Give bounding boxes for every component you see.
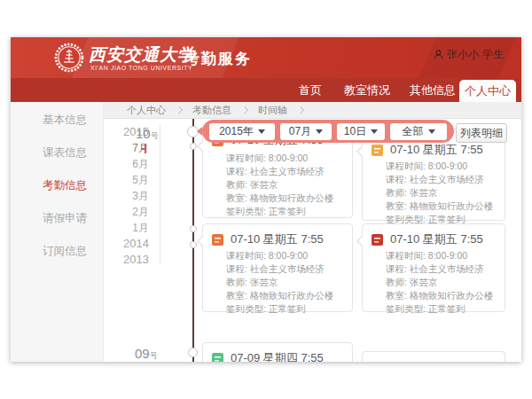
day-select[interactable]: 10日 [337, 123, 385, 140]
year-nav-2013[interactable]: 2013 [108, 252, 149, 268]
sidebar-item-leave-request[interactable]: 请假申请 [11, 204, 103, 233]
month-select[interactable]: 07月 [280, 123, 332, 140]
card-title: 07-10 星期五 7:55 [231, 231, 324, 247]
timeline-node [190, 241, 197, 248]
sidebar-item-subscription[interactable]: 订阅信息 [11, 237, 103, 266]
sidebar-item-basic-info[interactable]: 基本信息 [11, 106, 103, 135]
nav-classrooms[interactable]: 教室情况 [340, 78, 394, 102]
attendance-app-window: 西安交通大学 XI'AN JIAO TONG UNIVERSITY 考勤服务 张… [11, 37, 521, 362]
university-seal-icon [54, 43, 84, 73]
filter-bubble: 2015年 07月 10日 全部 [202, 120, 454, 143]
breadcrumb-personal-center[interactable]: 个人中心 [118, 104, 175, 117]
sidebar: 基本信息 课表信息 考勤信息 请假申请 订阅信息 [11, 102, 104, 362]
main-nav: 首页 教室情况 其他信息 个人中心 [11, 78, 521, 102]
app-title: 考勤服务 [184, 49, 252, 69]
day-marker-09: 09号 [135, 346, 158, 362]
stamp-icon [372, 145, 383, 156]
type-select[interactable]: 全部 [390, 123, 447, 140]
month-nav-june[interactable]: 6月 [108, 156, 149, 172]
month-nav-january[interactable]: 1月 [108, 220, 149, 236]
university-name-zh: 西安交通大学 [89, 43, 195, 66]
nav-other-info[interactable]: 其他信息 [406, 78, 459, 102]
month-nav-february[interactable]: 2月 [108, 204, 149, 220]
card-arrow [197, 235, 203, 247]
chevron-right-icon [176, 106, 183, 113]
chevron-right-icon [297, 106, 304, 113]
user-role: 学生 [482, 47, 504, 62]
chevron-down-icon [371, 129, 378, 134]
card-details: 课程时间: 8:00-9:00 课程: 社会主义市场经济 教师: 张芸京 教室:… [363, 247, 505, 316]
card-title: 07-10 星期五 7:55 [390, 142, 483, 158]
sidebar-item-timetable[interactable]: 课表信息 [11, 138, 103, 168]
university-name-en: XI'AN JIAO TONG UNIVERSITY [90, 65, 192, 71]
timeline-year-nav: 2015 7月 6月 5月 3月 2月 1月 2014 2013 [108, 124, 149, 268]
chevron-down-icon [316, 129, 323, 134]
timeline-node [188, 348, 198, 357]
year-nav-2014[interactable]: 2014 [108, 236, 149, 252]
attendance-card[interactable]: 07-10 星期五 7:55 课程时间: 8:00-9:00 课程: 社会主义市… [202, 223, 353, 312]
sidebar-item-attendance[interactable]: 考勤信息 [11, 171, 103, 200]
stamp-icon [212, 234, 223, 246]
card-title: 07-10 星期五 7:55 [390, 231, 483, 247]
page: 西安交通大学 XI'AN JIAO TONG UNIVERSITY 考勤服务 张… [0, 0, 532, 399]
attendance-card[interactable]: 07-10 星期五 7:55 课程时间: 8:00-9:00 课程: 社会主义市… [362, 223, 505, 312]
breadcrumb-attendance[interactable]: 考勤信息 [184, 104, 240, 117]
person-icon [434, 50, 443, 59]
active-month-marker [145, 144, 146, 153]
stamp-icon [212, 353, 223, 363]
chevron-down-icon [258, 129, 265, 134]
card-title: 07-09 星期四 7:55 [231, 350, 324, 362]
card-arrow [197, 140, 203, 153]
breadcrumb-timeline[interactable]: 时间轴 [249, 104, 296, 117]
user-name: 张小小 [447, 47, 479, 62]
timeline-node [190, 225, 197, 232]
nav-personal-center-active-tab[interactable]: 个人中心 [459, 80, 516, 102]
card-arrow [356, 145, 363, 158]
user-info[interactable]: 张小小 学生 [434, 47, 504, 62]
app-header: 西安交通大学 XI'AN JIAO TONG UNIVERSITY 考勤服务 张… [11, 37, 521, 78]
timeline-spine [192, 119, 194, 362]
chevron-right-icon [241, 106, 248, 113]
day-marker-10: 10号 [136, 126, 159, 142]
year-nav-divider [160, 124, 160, 264]
month-nav-march[interactable]: 3月 [108, 188, 149, 204]
month-nav-may[interactable]: 5月 [108, 172, 149, 188]
card-details: 课程时间: 8:00-9:00 课程: 社会主义市场经济 教师: 张芸京 教室:… [203, 148, 352, 218]
attendance-card[interactable]: 07-09 星期四 7:55 [202, 342, 353, 362]
list-detail-button[interactable]: 列表明细 [456, 123, 507, 143]
card-details: 课程时间: 8:00-9:00 课程: 社会主义市场经济 教师: 张芸京 教室:… [363, 158, 505, 226]
attendance-card[interactable] [362, 351, 505, 362]
nav-home[interactable]: 首页 [293, 78, 328, 102]
card-arrow [356, 235, 363, 247]
stamp-icon [372, 234, 383, 246]
year-select[interactable]: 2015年 [209, 123, 275, 140]
chevron-down-icon [428, 129, 435, 134]
breadcrumb: 个人中心 考勤信息 时间轴 [104, 102, 521, 119]
timeline-node [190, 143, 197, 150]
card-details: 课程时间: 8:00-9:00 课程: 社会主义市场经济 教师: 张芸京 教室:… [203, 247, 352, 316]
